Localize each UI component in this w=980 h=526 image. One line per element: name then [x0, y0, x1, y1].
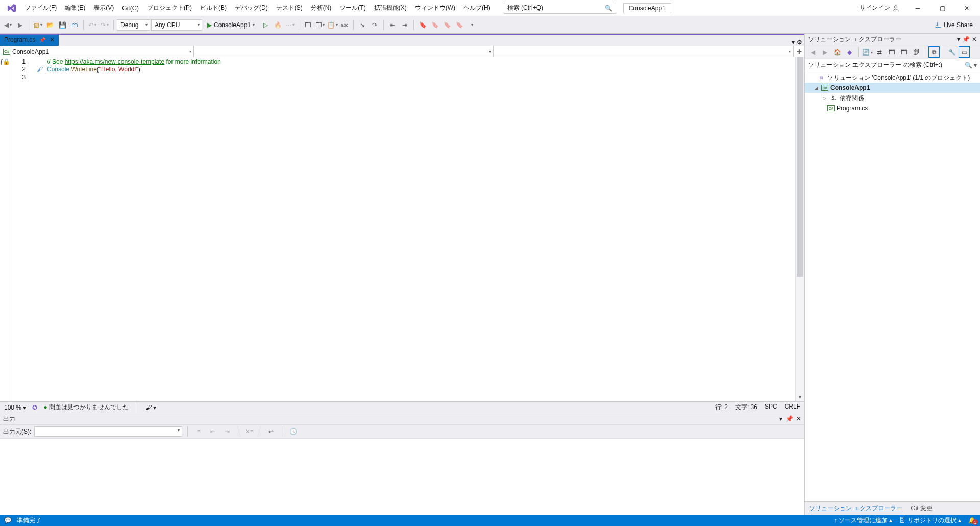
panel-dropdown-icon[interactable]: ▾: [957, 36, 960, 43]
signin-link[interactable]: サインイン: [860, 4, 899, 12]
file-tab-program[interactable]: Program.cs 📌 ✕: [0, 34, 59, 46]
expand-icon[interactable]: ◢: [813, 85, 819, 90]
tab-git-changes[interactable]: Git 変更: [906, 502, 937, 515]
sol-deps[interactable]: ▷ 🖧 依存関係: [805, 93, 980, 103]
sol-showall-icon[interactable]: 🗔: [898, 46, 910, 58]
code-link[interactable]: https://aka.ms/new-console-template: [65, 58, 164, 65]
nav-fwd-button[interactable]: ▶: [14, 19, 26, 31]
tabs-gear-icon[interactable]: ⚙: [797, 39, 802, 46]
bookmark-next-button[interactable]: 🔖: [442, 19, 453, 31]
start-no-debug-button[interactable]: ▷: [260, 19, 271, 31]
new-item-button[interactable]: ▧: [32, 19, 43, 31]
scroll-thumb[interactable]: [797, 57, 803, 277]
config-combo[interactable]: Debug: [117, 19, 150, 31]
editor[interactable]: {🔒 1 2 3 🖌 // See https://aka.ms/new-con…: [0, 57, 804, 401]
sol-copy-icon[interactable]: 🗐: [911, 46, 922, 58]
open-file-button[interactable]: 📂: [44, 19, 56, 31]
sol-wrench-icon[interactable]: 🔧: [946, 46, 958, 58]
zoom-combo[interactable]: 100 % ▾: [4, 404, 26, 411]
tb-abc-icon[interactable]: abc: [339, 19, 350, 31]
intellisense-icon[interactable]: ✪: [32, 404, 37, 411]
start-debug-button[interactable]: ▶ ConsoleApp1 ▾: [203, 19, 259, 31]
out-clear-icon[interactable]: ✕≡: [243, 426, 255, 437]
window-minimize-button[interactable]: ─: [908, 1, 928, 16]
menu-build[interactable]: ビルド(B): [196, 2, 231, 14]
out-icon-b[interactable]: ⇤: [207, 426, 218, 437]
pin-icon[interactable]: 📌: [786, 415, 793, 422]
status-char[interactable]: 文字: 36: [735, 403, 757, 412]
pin-icon[interactable]: 📌: [962, 36, 970, 43]
brush-dropdown[interactable]: 🖌 ▾: [145, 404, 156, 411]
sol-file-program[interactable]: C# Program.cs: [805, 103, 980, 113]
status-eol[interactable]: CRLF: [785, 403, 800, 412]
tabs-dropdown-icon[interactable]: ▾: [792, 39, 795, 46]
code-area[interactable]: // See https://aka.ms/new-console-templa…: [47, 57, 795, 401]
tb-icon-b[interactable]: 🗔: [314, 19, 326, 31]
output-titlebar[interactable]: 出力 ▾ 📌 ✕: [0, 413, 804, 424]
pin-icon[interactable]: 📌: [39, 37, 45, 43]
liveshare-button[interactable]: Live Share: [929, 21, 978, 29]
out-icon-a[interactable]: ≡: [193, 426, 204, 437]
menu-window[interactable]: ウィンドウ(W): [411, 2, 459, 14]
issues-status[interactable]: ● 問題は見つかりませんでした: [43, 403, 129, 412]
status-src-control[interactable]: ↑ ソース管理に追加 ▴: [834, 516, 893, 525]
menu-test[interactable]: テスト(S): [272, 2, 307, 14]
menu-extensions[interactable]: 拡張機能(X): [370, 2, 411, 14]
toolbar-overflow[interactable]: [466, 19, 477, 31]
sol-fwd-icon[interactable]: ▶: [819, 46, 830, 58]
sol-switch-icon[interactable]: ◆: [844, 46, 855, 58]
window-close-button[interactable]: ✕: [957, 1, 977, 16]
tb-icon-c[interactable]: 📋: [327, 19, 338, 31]
expand-icon[interactable]: ▷: [821, 95, 827, 101]
outdent-button[interactable]: ⇤: [387, 19, 398, 31]
redo-button[interactable]: ↷: [99, 19, 110, 31]
nav-type-combo[interactable]: [194, 46, 494, 57]
nav-project-combo[interactable]: C# ConsoleApp1: [0, 46, 194, 57]
menu-analyze[interactable]: 分析(N): [307, 2, 336, 14]
close-tab-icon[interactable]: ✕: [50, 36, 55, 43]
window-restore-button[interactable]: ▢: [932, 1, 952, 16]
hot-reload-button[interactable]: 🔥: [272, 19, 283, 31]
output-source-combo[interactable]: [34, 426, 182, 437]
search-input[interactable]: 検索 (Ctrl+Q) 🔍: [504, 3, 616, 14]
platform-combo[interactable]: Any CPU: [151, 19, 202, 31]
menu-view[interactable]: 表示(V): [89, 2, 118, 14]
sol-collapse-icon[interactable]: 🗔: [886, 46, 897, 58]
sol-track-icon[interactable]: ⧉: [928, 46, 940, 58]
status-ws[interactable]: SPC: [765, 403, 777, 412]
close-panel-icon[interactable]: ✕: [796, 415, 801, 422]
feedback-icon[interactable]: 💬: [4, 517, 12, 524]
menu-debug[interactable]: デバッグ(D): [231, 2, 272, 14]
fold-icon[interactable]: {🔒: [1, 58, 10, 65]
close-panel-icon[interactable]: ✕: [972, 36, 977, 43]
save-all-button[interactable]: 🗃: [69, 19, 80, 31]
tab-solution-explorer[interactable]: ソリューション エクスプローラー: [805, 502, 906, 515]
output-body[interactable]: [0, 439, 804, 515]
step-over-button[interactable]: ↷: [369, 19, 380, 31]
menu-file[interactable]: ファイル(F): [20, 2, 61, 14]
undo-button[interactable]: ↶: [87, 19, 98, 31]
solution-name-badge[interactable]: ConsoleApp1: [623, 3, 671, 13]
menu-edit[interactable]: 編集(E): [61, 2, 89, 14]
vertical-scrollbar[interactable]: ▲ ▼: [795, 57, 804, 401]
out-clock-icon[interactable]: 🕓: [287, 426, 299, 437]
split-editor-button[interactable]: ✚: [793, 46, 804, 57]
sol-sync-icon[interactable]: 🔄: [862, 46, 873, 58]
sol-tree[interactable]: ⧈ ソリューション 'ConsoleApp1' (1/1 のプロジェクト) ◢ …: [805, 71, 980, 501]
status-repo[interactable]: 🗄 リポジトリの選択 ▴: [899, 516, 961, 525]
nav-member-combo[interactable]: [494, 46, 793, 57]
sol-back-icon[interactable]: ◀: [807, 46, 818, 58]
save-button[interactable]: 💾: [57, 19, 68, 31]
indent-button[interactable]: ⇥: [399, 19, 410, 31]
panel-dropdown-icon[interactable]: ▾: [779, 415, 782, 422]
notifications-button[interactable]: 🔔 1: [968, 517, 976, 524]
menu-tools[interactable]: ツール(T): [335, 2, 370, 14]
nav-back-button[interactable]: ◀: [2, 19, 13, 31]
status-line[interactable]: 行: 2: [715, 403, 728, 412]
sol-home-icon[interactable]: 🏠: [831, 46, 843, 58]
sol-filter-icon[interactable]: ⇄: [874, 46, 885, 58]
scroll-down-icon[interactable]: ▼: [796, 393, 804, 401]
debug-target-button[interactable]: ⋯: [284, 19, 296, 31]
sol-preview-icon[interactable]: ▭: [959, 46, 970, 58]
sol-root[interactable]: ⧈ ソリューション 'ConsoleApp1' (1/1 のプロジェクト): [805, 73, 980, 83]
